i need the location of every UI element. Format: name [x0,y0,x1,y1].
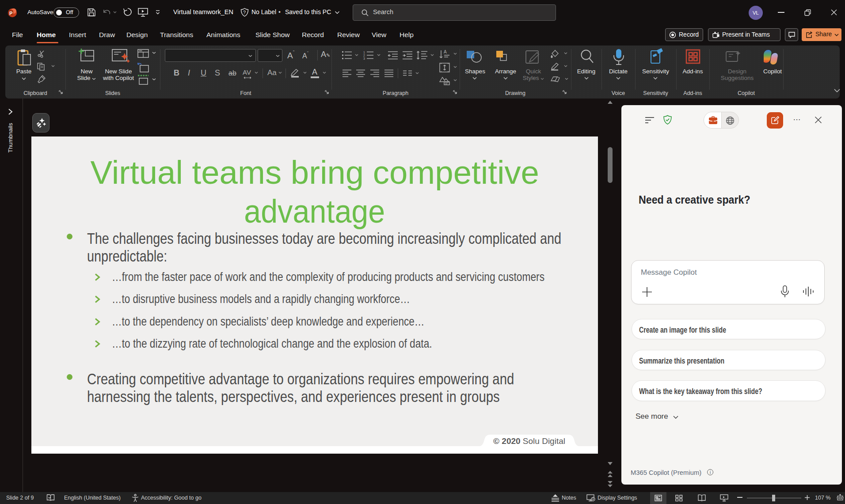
svg-text:A: A [444,49,447,54]
svg-text:P: P [9,11,12,16]
svg-text:2: 2 [363,54,365,57]
svg-text:3: 3 [363,57,365,60]
svg-text:?: ? [243,10,246,15]
svg-text:1: 1 [363,51,365,54]
